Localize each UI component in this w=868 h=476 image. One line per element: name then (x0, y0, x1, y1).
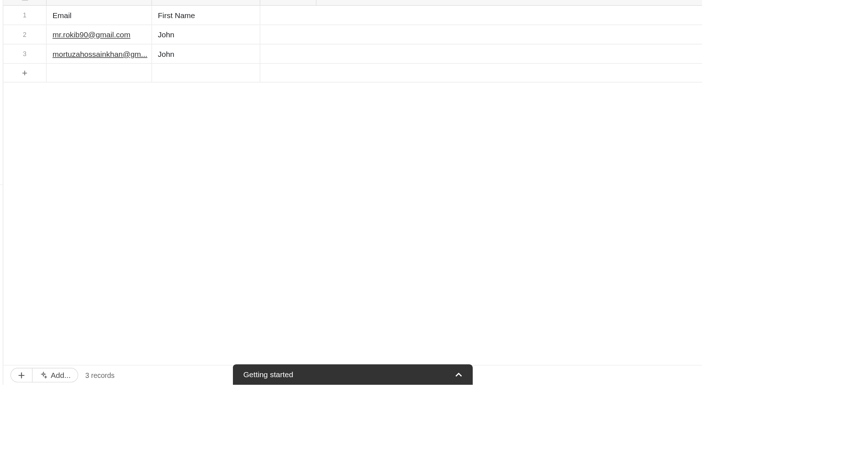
column-header-email[interactable]: Email (47, 0, 152, 5)
cell-email[interactable]: mortuzahossainkhan@gm... (47, 45, 152, 63)
getting-started-label: Getting started (243, 370, 293, 379)
getting-started-panel[interactable]: Getting started (233, 364, 473, 385)
cell-email[interactable]: Email (47, 6, 152, 25)
cell-firstname[interactable]: First Name (152, 6, 260, 25)
cell-email[interactable]: mr.rokib90@gmail.com (47, 25, 152, 44)
cell-firstname[interactable]: John (152, 25, 260, 44)
footer-add-menu-button[interactable]: Add... (33, 368, 78, 382)
footer-add-group: Add... (10, 368, 78, 382)
row-number: 1 (3, 6, 47, 25)
table-row[interactable]: 2 mr.rokib90@gmail.com John (3, 25, 702, 44)
table-row[interactable]: 1 Email First Name (3, 6, 702, 25)
record-count: 3 records (85, 371, 115, 379)
grid-header-row: Email First Name (3, 0, 702, 6)
column-label: Email (63, 0, 82, 1)
cell-firstname[interactable]: John (152, 45, 260, 63)
plus-icon (18, 372, 25, 379)
chevron-up-icon (455, 371, 462, 378)
row-number: 2 (3, 25, 47, 44)
email-icon (51, 0, 60, 1)
plus-icon (284, 0, 292, 0)
footer-add-label: Add... (51, 371, 71, 379)
create-section: Create... Grid+Form+Calendar+Gallery+Kan… (0, 185, 3, 385)
column-header-firstname[interactable]: First Name (152, 0, 260, 5)
table-row[interactable]: 3 mortuzahossainkhan@gm... John (3, 45, 702, 64)
row-number: 3 (3, 45, 47, 63)
add-row[interactable]: + (3, 64, 702, 83)
column-label: First Name (169, 0, 206, 1)
views-sidebar: Grid view Create... Grid+Form+Calendar+G… (0, 0, 3, 385)
add-row-plus[interactable]: + (3, 64, 47, 82)
footer-add-button[interactable] (11, 368, 33, 382)
select-all-cell[interactable] (3, 0, 47, 5)
grid-area: Email First Name 1 Email First Name 2 mr… (3, 0, 702, 385)
sparkle-icon (40, 371, 47, 379)
text-icon (157, 0, 165, 1)
add-column-button[interactable] (260, 0, 316, 5)
checkbox-icon (21, 0, 28, 0)
